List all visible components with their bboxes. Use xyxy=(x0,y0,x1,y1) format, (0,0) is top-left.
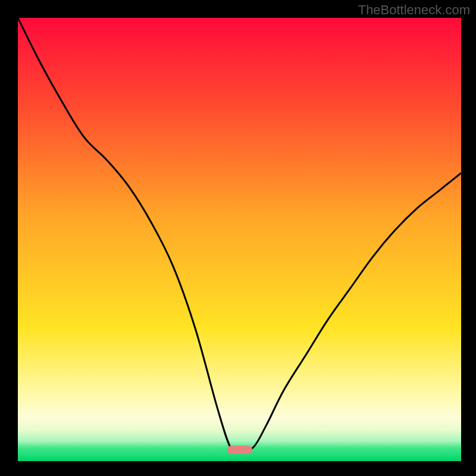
optimal-marker xyxy=(227,446,252,454)
chart-background xyxy=(18,18,461,461)
chart-plot-area xyxy=(18,18,461,461)
bottleneck-chart xyxy=(18,18,461,461)
watermark-text: TheBottleneck.com xyxy=(358,2,470,18)
